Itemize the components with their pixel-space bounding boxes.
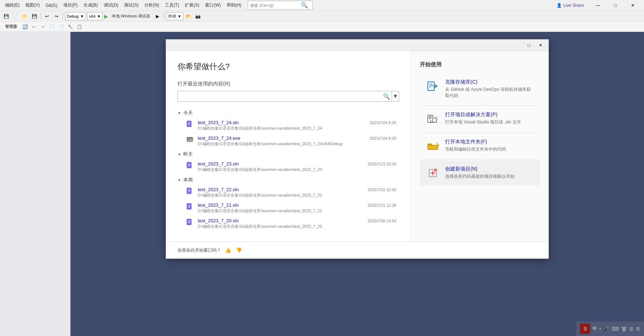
file-item-4[interactable]: test_2023_7_22.sln D:\编程合集\C语言合集\Git远程仓库… bbox=[178, 185, 399, 200]
toolbar-separator-3 bbox=[164, 13, 164, 20]
file-item-1[interactable]: test_2023_7_24.sln D:\编程合集\C语言合集\Git远程仓库… bbox=[178, 118, 399, 133]
menu-help[interactable]: 帮助(H) bbox=[225, 1, 244, 9]
open-folder-title: 打开本地文件夹(F) bbox=[445, 139, 534, 145]
file-name-6: test_2023_7_20.sln bbox=[198, 218, 364, 223]
category-yesterday[interactable]: ▼ 昨天 bbox=[178, 149, 399, 159]
open-folder-desc: 导航和编辑任何文件夹中的代码 bbox=[445, 146, 534, 152]
menu-test[interactable]: 测试(S) bbox=[122, 1, 141, 9]
menu-edit[interactable]: 编辑(E) bbox=[3, 1, 22, 9]
undo-button[interactable]: ↩ bbox=[43, 12, 51, 20]
toolbar-separator-2 bbox=[63, 13, 63, 20]
toolbar2-btn-1[interactable]: 🔄 bbox=[21, 23, 29, 31]
live-share-button[interactable]: 👤 Live Share bbox=[554, 2, 587, 9]
toolbar2-btn-6[interactable]: 🔧 bbox=[66, 23, 74, 31]
create-project-card[interactable]: ✦ 创建新项目(N) 选择具有代码基架的项目模板以开始 bbox=[420, 161, 540, 185]
menu-project[interactable]: 项目(P) bbox=[61, 1, 80, 9]
toolbar2-btn-2[interactable]: ← bbox=[30, 23, 38, 31]
exe-icon-1: EXE bbox=[186, 136, 195, 144]
file-item-3[interactable]: test_2023_7_23.sln D:\编程合集\C语言合集\Git远程仓库… bbox=[178, 159, 399, 175]
dialog-search-dropdown[interactable]: ▼ bbox=[392, 91, 399, 101]
debug-config-dropdown[interactable]: Debug ▼ bbox=[65, 12, 86, 20]
redo-button[interactable]: ↪ bbox=[52, 12, 60, 20]
thumbs-down-icon[interactable]: 👎 bbox=[235, 246, 243, 254]
file-name-2: test_2023_7_24.exe bbox=[198, 135, 367, 141]
file-name-3: test_2023_7_23.sln bbox=[198, 161, 364, 167]
menu-view[interactable]: 视图(V) bbox=[23, 1, 42, 9]
clone-card-desc: 从 GitHub 或 Azure DevOps 等联机存储库获取代码 bbox=[445, 87, 534, 99]
search-box[interactable]: 🔍 bbox=[248, 1, 313, 10]
menu-debug[interactable]: 调试(D) bbox=[102, 1, 121, 9]
file-name-5: test_2023_7_21.sln bbox=[198, 202, 364, 208]
open-folder-icon bbox=[426, 139, 440, 153]
menu-git[interactable]: Git(G) bbox=[43, 2, 60, 9]
menu-analyze[interactable]: 分析(N) bbox=[142, 1, 161, 9]
svg-rect-7 bbox=[188, 164, 191, 164]
play-btn-2[interactable]: ▶ bbox=[154, 12, 162, 20]
clone-icon bbox=[426, 79, 440, 93]
window-controls: — □ ✕ bbox=[590, 0, 641, 11]
svg-rect-9 bbox=[188, 166, 190, 167]
svg-rect-11 bbox=[188, 189, 191, 190]
open-project-card[interactable]: 打开项目或解决方案(P) 打开本地 Visual Studio 项目或 .sln… bbox=[420, 106, 540, 131]
clone-card-title: 克隆存储库(C) bbox=[445, 79, 534, 85]
clone-card-text: 克隆存储库(C) 从 GitHub 或 Azure DevOps 等联机存储库获… bbox=[445, 79, 534, 99]
toolbar2-btn-3[interactable]: → bbox=[39, 23, 47, 31]
category-thisweek[interactable]: ▼ 本周 bbox=[178, 175, 399, 185]
toolbar-btn-2[interactable]: 📄 bbox=[12, 12, 20, 20]
open-project-desc: 打开本地 Visual Studio 项目或 .sln 文件 bbox=[445, 119, 534, 125]
file-info-2: test_2023_7_24.exe D:\编程合集\C语言合集\Git远程仓库… bbox=[198, 135, 367, 147]
dialog-close-button[interactable]: ✕ bbox=[536, 41, 546, 49]
dialog-maximize-button[interactable]: □ bbox=[524, 41, 534, 49]
search-input[interactable] bbox=[250, 3, 301, 8]
svg-rect-28 bbox=[429, 116, 432, 117]
svg-rect-2 bbox=[188, 123, 191, 124]
menu-window[interactable]: 窗口(W) bbox=[203, 1, 223, 9]
menu-bar: 编辑(E) 视图(V) Git(G) 项目(P) 生成(B) 调试(D) 测试(… bbox=[3, 1, 554, 10]
maximize-button[interactable]: □ bbox=[607, 0, 624, 11]
right-section-title: 开始使用 bbox=[420, 61, 540, 68]
create-project-text: 创建新项目(N) 选择具有代码基架的项目模板以开始 bbox=[445, 166, 534, 180]
chevron-down-icon-3: ▼ bbox=[178, 14, 182, 18]
toolbar-separator-1 bbox=[40, 13, 41, 20]
clone-repo-card[interactable]: 克隆存储库(C) 从 GitHub 或 Azure DevOps 等联机存储库获… bbox=[420, 74, 540, 104]
file-path-3: D:\编程合集\C语言合集\Git远程仓库\summer-vacation\te… bbox=[198, 167, 364, 172]
file-item-2[interactable]: EXE test_2023_7_24.exe D:\编程合集\C语言合集\Git… bbox=[178, 133, 399, 149]
category-today[interactable]: ▼ 今天 bbox=[178, 108, 399, 118]
thumbs-up-icon[interactable]: 👍 bbox=[224, 246, 232, 254]
file-name-4: test_2023_7_22.sln bbox=[198, 187, 364, 192]
platform-dropdown[interactable]: x64 ▼ bbox=[87, 12, 103, 20]
dialog-search-icon[interactable]: 🔍 bbox=[381, 91, 392, 101]
toolbar2-btn-7[interactable]: 📋 bbox=[75, 23, 83, 31]
toolbar2-btn-5[interactable]: 📄 bbox=[57, 23, 65, 31]
live-share-icon: 👤 bbox=[556, 3, 562, 8]
file-time-6: 2023/7/20 14:54 bbox=[367, 218, 396, 223]
open-folder-card[interactable]: 打开本地文件夹(F) 导航和编辑任何文件夹中的代码 bbox=[420, 134, 540, 158]
action-divider-2 bbox=[420, 133, 540, 133]
svg-text:EXE: EXE bbox=[188, 139, 192, 141]
open-project-title: 打开项目或解决方案(P) bbox=[445, 112, 534, 118]
toolbar2-btn-4[interactable]: 📄 bbox=[48, 23, 56, 31]
sln-icon-3 bbox=[186, 187, 195, 196]
left-panel bbox=[0, 32, 71, 336]
svg-rect-3 bbox=[188, 125, 190, 125]
menu-extensions[interactable]: 扩展(X) bbox=[183, 1, 201, 9]
dialog-search-input[interactable] bbox=[178, 92, 381, 100]
file-path-2: D:\编程合集\C语言合集\Git远程仓库\summer-vacation\te… bbox=[198, 141, 367, 147]
menu-tools[interactable]: 工具(T) bbox=[163, 1, 181, 9]
dialog-search-box[interactable]: 🔍 ▼ bbox=[178, 91, 399, 102]
dialog-overlay: □ ✕ 你希望做什么? 打开最近使用的内容(R) 🔍 ▼ bbox=[71, 32, 644, 336]
close-button[interactable]: ✕ bbox=[624, 0, 641, 11]
toolbar-camera-btn[interactable]: 📷 bbox=[194, 12, 202, 20]
file-item-5[interactable]: test_2023_7_21.sln D:\编程合集\C语言合集\Git远程仓库… bbox=[178, 200, 399, 216]
sln-icon-2 bbox=[186, 161, 195, 170]
auto-dropdown[interactable]: 自动 ▼ bbox=[166, 12, 183, 20]
file-item-6[interactable]: test_2023_7_20.sln D:\编程合集\C语言合集\Git远程仓库… bbox=[178, 216, 399, 231]
toolbar-btn-3[interactable]: 📁 bbox=[21, 12, 29, 20]
menu-build[interactable]: 生成(B) bbox=[81, 1, 100, 9]
toolbar-btn-4[interactable]: 💾 bbox=[30, 12, 38, 20]
toolbar-btn-1[interactable]: 💾 bbox=[2, 12, 10, 20]
toolbar-folder-btn[interactable]: 📂 bbox=[185, 12, 193, 20]
open-folder-text: 打开本地文件夹(F) 导航和编辑任何文件夹中的代码 bbox=[445, 139, 534, 152]
minimize-button[interactable]: — bbox=[590, 0, 606, 11]
run-button[interactable]: 本地 Windows 调试器 bbox=[110, 13, 152, 20]
